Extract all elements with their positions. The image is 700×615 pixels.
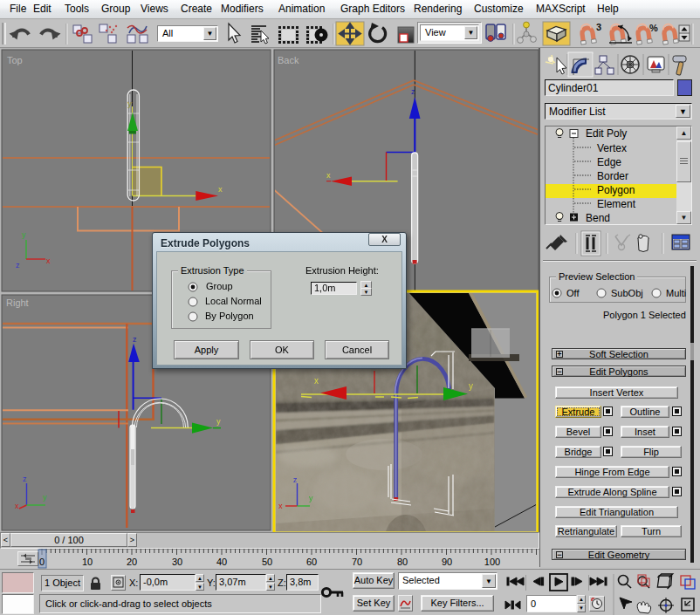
svg-text:Right: Right [6, 297, 29, 308]
svg-text:y: y [128, 99, 133, 108]
svg-text:y: y [309, 494, 313, 502]
svg-text:SubObj: SubObj [611, 288, 643, 298]
svg-text:y: y [43, 493, 47, 502]
svg-text:Back: Back [278, 55, 299, 65]
svg-text:z: z [293, 475, 298, 484]
svg-text:80: 80 [397, 557, 408, 567]
svg-text:90: 90 [442, 557, 452, 567]
svg-text:3: 3 [596, 22, 601, 32]
svg-text:x: x [218, 185, 223, 194]
svg-text:z: z [133, 335, 137, 344]
svg-text:60: 60 [306, 557, 317, 567]
svg-text:x: x [278, 502, 283, 510]
svg-text:70: 70 [352, 557, 362, 567]
svg-text:Multi: Multi [666, 288, 686, 298]
svg-text:Off: Off [566, 288, 580, 298]
svg-text:z: z [16, 261, 20, 270]
svg-text:Top: Top [7, 55, 23, 65]
svg-text:z: z [411, 87, 415, 96]
svg-text:y: y [22, 230, 26, 239]
svg-text:z: z [23, 475, 27, 483]
svg-text:x: x [46, 256, 51, 265]
svg-text:y: y [469, 381, 473, 391]
svg-text:x: x [15, 502, 19, 510]
svg-text:40: 40 [216, 557, 227, 567]
svg-text:30: 30 [172, 557, 182, 567]
svg-text:%: % [649, 23, 658, 33]
svg-text:10: 10 [82, 557, 93, 567]
svg-text:0: 0 [39, 557, 45, 567]
svg-text:100: 100 [484, 557, 500, 567]
svg-text:y: y [216, 417, 221, 426]
svg-text:20: 20 [127, 557, 137, 567]
svg-text:50: 50 [262, 557, 272, 567]
svg-text:x: x [314, 376, 319, 386]
svg-text:x: x [326, 171, 331, 180]
